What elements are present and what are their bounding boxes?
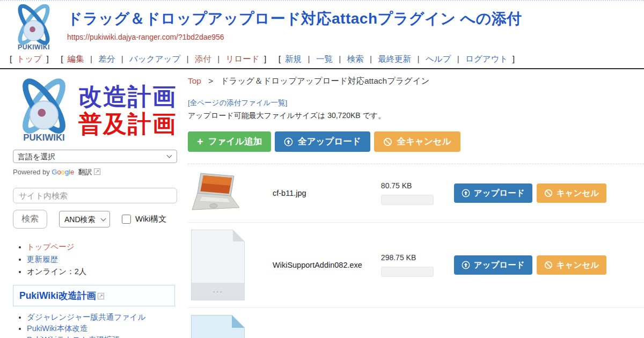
separator: |: [457, 54, 459, 63]
separator: |: [418, 54, 420, 63]
ban-icon: [544, 189, 553, 197]
bracket: ]: [264, 54, 266, 63]
pukiwiki-logo[interactable]: PUKIWIKI: [10, 4, 58, 55]
site-search-input[interactable]: [13, 188, 177, 203]
sidebar-section-title: PukiWiki改造計画: [19, 290, 96, 301]
nav-bar: [ トップ ] [ 編集 | 差分 | バックアップ | 添付 | リロード ]…: [0, 53, 644, 68]
separator: |: [90, 54, 92, 63]
list-item: オンライン：2人: [27, 266, 177, 278]
list-item: トップページ: [27, 241, 177, 253]
separator: |: [217, 54, 219, 63]
bracket: [: [10, 54, 12, 63]
sidebar-section-header[interactable]: PukiWiki改造計画↗: [13, 285, 175, 306]
upload-button[interactable]: アップロード: [454, 183, 532, 203]
atom-logo-icon: PUKIWIKI: [13, 78, 75, 143]
nav-link-edit[interactable]: 編集: [68, 54, 84, 63]
upload-button[interactable]: アップロード: [454, 255, 532, 275]
wiki-syntax-checkbox[interactable]: [122, 215, 131, 224]
upload-all-button[interactable]: 全アップロード: [275, 131, 370, 152]
sidebar-logo[interactable]: PUKIWIKI 改造計画 普及計画: [13, 78, 177, 143]
atom-logo-icon: PUKIWIKI: [10, 4, 58, 53]
page-url-link[interactable]: https://pukiwiki.dajya-ranger.com/?1bd2d…: [67, 33, 224, 41]
nav-link-list[interactable]: 一覧: [316, 54, 333, 63]
search-button[interactable]: 検索: [13, 210, 47, 229]
page-fold-corner: [233, 230, 245, 241]
sidebar-link-common-files[interactable]: ダジャレンジャー版共通ファイル: [27, 313, 145, 321]
upload-toolbar: + ファイル追加 全アップロード 全キャンセル: [188, 131, 644, 152]
sidebar-link-history[interactable]: 更新履歴: [27, 255, 58, 263]
nav-link-top[interactable]: トップ: [17, 54, 42, 63]
html-file-icon: </>: [191, 315, 245, 338]
file-size: 80.75 KB: [381, 181, 445, 190]
file-row: ... WikiSupportAddin082.exe 298.75 KB: [188, 223, 644, 308]
plus-icon: +: [197, 136, 203, 147]
online-count: オンライン：2人: [27, 267, 86, 276]
list-item: ダジャレンジャー版共通ファイル: [27, 312, 177, 323]
svg-text:PUKIWIKI: PUKIWIKI: [23, 133, 65, 143]
add-files-button[interactable]: + ファイル追加: [188, 131, 271, 152]
nav-link-recent[interactable]: 最終更新: [378, 54, 411, 63]
file-icon-dots: ...: [192, 283, 244, 300]
bracket: ]: [47, 54, 49, 63]
nav-link-attach[interactable]: 添付: [195, 54, 211, 63]
upload-progress-bar: [381, 267, 434, 277]
upload-circle-icon: [462, 189, 470, 197]
ban-icon: [383, 137, 392, 146]
search-mode-select[interactable]: AND検索: [59, 211, 110, 227]
main-content: Top > ドラッグ＆ドロップアップロード対応attachプラグイン [全ページ…: [177, 69, 644, 338]
list-item: PukiWikiテキスト表現拡張: [27, 334, 177, 338]
separator: |: [187, 54, 189, 63]
breadcrumb-home-link[interactable]: Top: [188, 76, 201, 85]
bracket: [: [61, 54, 63, 63]
nav-link-search[interactable]: 検索: [347, 54, 364, 63]
sidebar: PUKIWIKI 改造計画 普及計画 言語を選択 Powered by Goog…: [0, 69, 177, 338]
file-thumbnail: </>: [191, 315, 273, 338]
file-thumbnail: ...: [191, 230, 273, 300]
logo-slogan-2: 普及計画: [78, 111, 177, 138]
nav-link-backup[interactable]: バックアップ: [129, 54, 180, 63]
svg-text:PUKIWIKI: PUKIWIKI: [18, 43, 50, 51]
google-logo: Google: [52, 168, 74, 176]
upload-progress-bar: [381, 195, 434, 205]
nav-link-new[interactable]: 新規: [285, 54, 302, 63]
cancel-button[interactable]: キャンセル: [537, 255, 606, 275]
generic-file-icon: ...: [191, 230, 245, 300]
file-name: WikiSupportAddin082.exe: [273, 261, 381, 269]
cancel-button[interactable]: キャンセル: [537, 183, 606, 203]
pukiwiki-attach-page: PUKIWIKI ドラッグ＆ドロップアップロード対応attachプラグイン への…: [0, 0, 644, 338]
page-title: ドラッグ＆ドロップアップロード対応attachプラグイン への添付: [67, 10, 644, 28]
separator: |: [339, 54, 341, 63]
sidebar-link-toppage[interactable]: トップページ: [27, 243, 75, 251]
breadcrumb-separator: >: [208, 76, 213, 85]
external-link-icon: ↗: [94, 168, 100, 175]
nav-link-diff[interactable]: 差分: [98, 54, 115, 63]
nav-link-help[interactable]: ヘルプ: [426, 54, 451, 63]
file-row: cf-b11.jpg 80.75 KB アップロード: [188, 164, 644, 223]
list-item: PukiWiki本体改造: [27, 323, 177, 334]
translate-label: 翻訳: [78, 168, 92, 176]
file-name: cf-b11.jpg: [273, 189, 381, 197]
nav-link-logout[interactable]: ログアウト: [465, 54, 508, 63]
max-filesize-text: アップロード可能最大ファイルサイズは 30,720KB です。: [188, 111, 644, 121]
breadcrumb-current: ドラッグ＆ドロップアップロード対応attachプラグイン: [221, 76, 430, 85]
sidebar-link-text-ext[interactable]: PukiWikiテキスト表現拡張: [27, 335, 120, 338]
nav-link-reload[interactable]: リロード: [226, 54, 260, 63]
all-attachments-link[interactable]: [全ページの添付ファイル一覧]: [188, 98, 287, 108]
sidebar-link-core-mod[interactable]: PukiWiki本体改造: [27, 324, 88, 333]
separator: |: [370, 54, 372, 63]
file-thumbnail: [191, 171, 273, 215]
separator: |: [308, 54, 310, 63]
logo-slogan-1: 改造計画: [78, 83, 177, 111]
page-fold-corner: [232, 315, 245, 328]
upload-circle-icon: [462, 261, 470, 269]
file-size: 298.75 KB: [381, 253, 445, 262]
upload-file-list: cf-b11.jpg 80.75 KB アップロード: [188, 164, 644, 338]
list-item: 更新履歴: [27, 254, 177, 266]
ban-icon: [544, 261, 553, 269]
laptop-image-thumbnail: [191, 171, 241, 213]
powered-by-google: Powered by Google 翻訳↗: [13, 167, 177, 177]
language-select[interactable]: 言語を選択: [13, 150, 177, 163]
cancel-all-button[interactable]: 全キャンセル: [374, 131, 460, 152]
bracket: [: [279, 54, 281, 63]
breadcrumb: Top > ドラッグ＆ドロップアップロード対応attachプラグイン: [188, 76, 644, 87]
